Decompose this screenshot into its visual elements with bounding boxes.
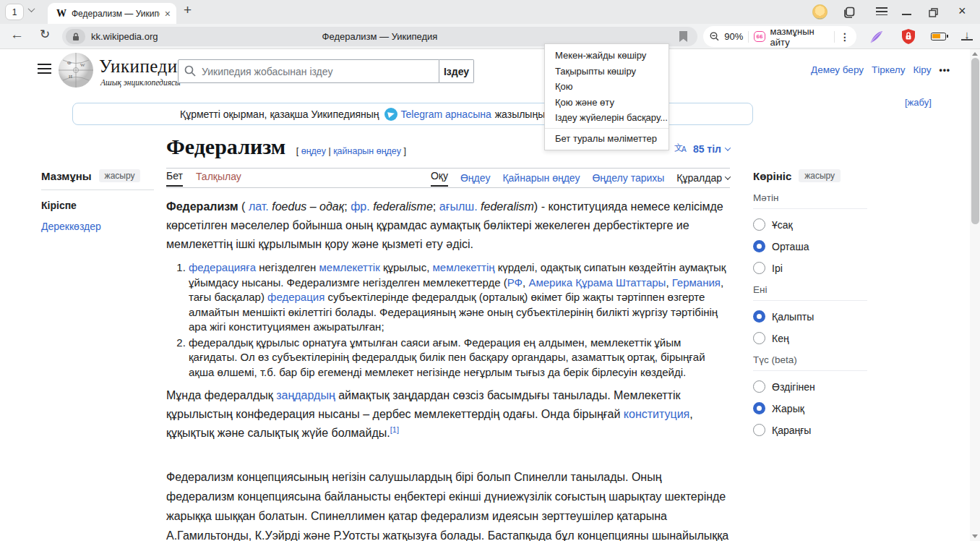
banner-close-link[interactable]: [жабу] [905,97,932,108]
minimize-window-icon[interactable] [902,14,911,15]
browser-toolbar: ← ↻ kk.wikipedia.org Федерализм — Уикипе… [0,24,980,49]
tab-talk[interactable]: Талқылау [196,171,241,186]
language-count: 85 тіл [693,143,721,155]
radio-icon[interactable] [753,380,765,393]
tab-list-chevron-icon[interactable] [28,5,35,12]
tab-groups-icon[interactable] [843,6,856,22]
language-selector[interactable]: 文A 85 тіл [674,143,730,155]
radio-option-dark[interactable]: Қараңғы [753,424,867,436]
wiki-main-menu-icon[interactable] [38,64,51,74]
more-actions-icon[interactable]: ⋮ [840,31,850,43]
tab-edit[interactable]: Өңдеу [460,172,490,184]
pen-extension-icon[interactable] [869,29,885,48]
appearance-panel: Көрініс жасыру Мәтін Ұсақ Орташа Ірі Ені… [753,169,867,436]
text-size-group-label: Мәтін [753,192,867,209]
radio-option-standard[interactable]: Орташа [753,240,867,252]
search-button[interactable]: Іздеу [439,59,474,83]
article-content-column: Федерализм [ өңдеу | қайнарын өңдеу ] 文A… [166,135,730,541]
header-more-icon[interactable]: ••• [939,65,950,75]
radio-icon[interactable] [753,402,765,414]
paragraph: Федерализм ( лат. foedus – одақ; фр. fed… [166,197,730,254]
article-title: Федерализм [166,135,285,158]
tab-read[interactable]: Оқу [431,170,448,187]
radio-option-wide[interactable]: Кең [753,332,867,344]
radio-icon[interactable] [753,332,765,344]
wikipedia-globe-logo[interactable]: Ф W И [58,52,94,91]
telegram-channel-link[interactable]: Telegram арнасына [401,108,491,120]
radio-icon[interactable] [753,240,765,252]
browser-tab-strip: 1 W Федерализм — Уикипе × + × [0,0,980,24]
zoom-level[interactable]: 90% [724,31,743,42]
radio-option-light[interactable]: Жарық [753,402,867,414]
context-menu: Мекен-жайды көшіру Тақырыпты көшіру Қою … [544,43,669,150]
toc-item-references[interactable]: Дереккөздер [41,221,154,232]
scroll-up-icon[interactable] [972,52,978,56]
search-icon [184,65,196,80]
header-links: Демеу беру Тіркелу Кіру ••• [811,64,950,75]
read-aloud-label[interactable]: мазмұнын айту [770,26,830,48]
radio-option-large[interactable]: Ірі [753,262,867,274]
tab-article[interactable]: Бет [166,170,183,187]
list-item: федералдық құрылыс орнатуға ұмтылған сая… [189,336,730,380]
menu-item-copy-address[interactable]: Мекен-жайды көшіру [545,48,669,64]
page-actions-pill: 90% 66 мазмұнын айту ⋮ [703,26,856,47]
menu-item-copy-title[interactable]: Тақырыпты көшіру [545,64,669,80]
scroll-down-icon[interactable] [972,534,978,538]
downloads-icon[interactable]: ↓ [961,28,973,41]
svg-text:W: W [80,62,85,68]
radio-option-standard-width[interactable]: Қалыпты [753,310,867,323]
toc-item-intro[interactable]: Кіріспе [41,200,154,211]
wikipedia-wordmark[interactable]: УикипедиЯ [99,56,190,77]
radio-icon[interactable] [753,262,765,274]
toc-hide-button[interactable]: жасыру [99,169,141,182]
telegram-icon [384,108,397,121]
register-link[interactable]: Тіркелу [872,64,906,75]
wikipedia-page: Ф W И УикипедиЯ Ашық энциклопедиясы Ізде… [0,49,980,541]
zoom-out-icon[interactable] [710,31,719,42]
menu-item-paste[interactable]: Қою [545,79,669,95]
width-group-label: Ені [753,284,867,301]
menu-item-page-info[interactable]: Бет туралы мәліметтер [545,131,669,147]
login-link[interactable]: Кіру [913,64,931,75]
svg-text:Ф: Ф [67,60,72,66]
wikipedia-tagline: Ашық энциклопедиясы [100,78,181,87]
svg-text:И: И [69,74,72,80]
read-aloud-icon[interactable]: 66 [754,31,765,42]
radio-icon[interactable] [753,424,765,436]
tab-counter-button[interactable]: 1 [5,4,24,20]
divider [748,31,749,43]
back-icon[interactable]: ← [10,27,24,43]
tab-close-icon[interactable]: × [165,8,171,20]
page-title-in-addressbar: Федерализм — Уикипедия [62,31,697,42]
search-input[interactable] [178,59,439,83]
tab-edit-source[interactable]: Қайнарын өңдеу [502,172,580,184]
appearance-title: Көрініс [753,170,791,182]
menu-item-paste-and-go[interactable]: Қою және өту [545,95,669,111]
close-window-icon[interactable]: × [958,4,966,19]
adblock-shield-icon[interactable] [901,28,916,48]
new-tab-button[interactable]: + [184,2,192,18]
browser-tab[interactable]: W Федерализм — Уикипе × [48,3,176,24]
browser-menu-icon[interactable] [876,7,887,16]
tab-history[interactable]: Өңделу тарихы [592,172,664,184]
appearance-hide-button[interactable]: жасыру [799,169,841,182]
radio-option-automatic[interactable]: Өздігінен [753,380,867,393]
tab-tools[interactable]: Құралдар [676,172,730,184]
menu-item-manage-search-engines[interactable]: Іздеу жүйелерін басқару... [545,110,669,126]
radio-option-small[interactable]: Ұсақ [753,218,867,231]
reload-icon[interactable]: ↻ [40,27,50,42]
radio-icon[interactable] [753,218,765,231]
maximize-window-icon[interactable] [929,7,938,20]
tab-title: Федерализм — Уикипе [72,9,160,19]
menu-separator [545,128,669,129]
donate-link[interactable]: Демеу беру [811,64,864,75]
scrollbar-thumb[interactable] [971,58,979,224]
title-edit-links[interactable]: [ өңдеу | қайнарын өңдеу ] [296,146,406,156]
toc-title: Мазмұны [41,170,92,182]
scrollbar[interactable] [970,49,980,541]
battery-saver-icon[interactable] [931,33,946,41]
wikipedia-favicon-icon: W [56,8,66,20]
page-tabs: Бет Талқылау Оқу Өңдеу Қайнарын өңдеу Өң… [166,169,730,188]
radio-icon[interactable] [753,310,765,323]
profile-avatar[interactable] [812,4,828,20]
